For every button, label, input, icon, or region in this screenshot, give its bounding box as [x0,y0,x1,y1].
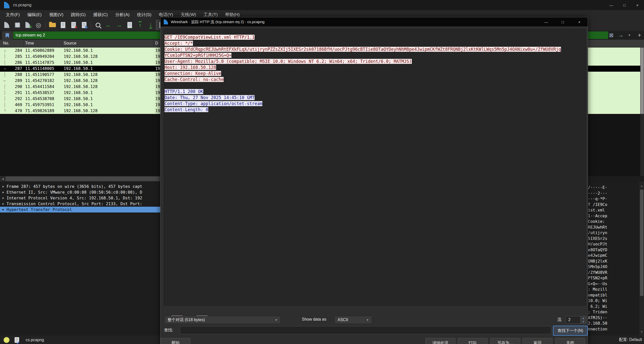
packet-row[interactable]: └ 470 71.459826189 192.168.50.128 19 [0,108,160,114]
open-file-icon[interactable] [47,20,58,30]
packet-row-right[interactable] [588,84,644,90]
scrollbar-thumb[interactable] [640,190,643,296]
conversation-select[interactable]: 整个对话 (518 bytes) [164,316,281,324]
filter-dropdown-icon[interactable]: ▼ [626,31,633,39]
packet-row-right[interactable] [588,90,644,96]
packet-row-right[interactable] [588,102,644,108]
bytes-pane-vscrollbar[interactable]: ▲ ▼ [639,182,644,336]
go-to-packet-icon[interactable]: → [124,20,135,30]
encoding-select[interactable]: ASCII [334,316,372,324]
packet-row-right[interactable] [588,60,644,66]
minimize-icon[interactable]: — [605,0,618,10]
capture-comment-icon[interactable] [15,337,19,343]
column-source[interactable]: Source [64,41,76,46]
capture-stop-icon[interactable] [12,20,23,30]
clear-filter-icon[interactable]: ⊠ [607,31,616,39]
menu-item[interactable]: 统计(S) [133,12,155,18]
scroll-left-icon[interactable]: ◀ [0,176,6,182]
packet-list-hscrollbar[interactable]: ◀ [0,176,160,182]
maximize-icon[interactable]: □ [618,0,631,10]
dialog-button[interactable]: 打印 [458,338,488,344]
go-forward-icon[interactable]: → [114,20,124,30]
close-file-icon[interactable]: × [68,20,79,30]
spinner-up-icon[interactable]: ▲ [581,316,586,320]
find-packet-icon[interactable] [93,20,103,30]
add-filter-button[interactable]: + [636,31,643,39]
packet-dest: 19 [155,60,160,66]
packet-row-right[interactable] [588,48,644,54]
packet-row[interactable]: → 287 11.451148005 192.168.50.1 19 [0,66,160,72]
packet-row-right[interactable] [588,54,644,60]
stream-line-text: Date: Thu, 27 Nov 2025 14:45:10 GMT [165,95,255,100]
detail-row[interactable]: Ethernet II, Src: VMware_c0:00:08 (00:50… [0,189,160,195]
dialog-minimize-icon[interactable]: — [538,17,554,26]
packet-row[interactable]: │ 290 11.454411584 192.168.50.128 19 [0,84,160,90]
apply-filter-icon[interactable]: → [616,31,625,39]
packet-row[interactable]: │ 288 11.451190577 192.168.50.128 19 [0,72,160,78]
filter-bookmark-button[interactable] [2,31,13,39]
packet-list-vscrollbar[interactable] [640,48,644,176]
capture-restart-icon[interactable]: ↻ [23,20,33,30]
dialog-button[interactable]: 关闭 [555,338,585,344]
stream-stats: 1 客户端 分组, 1 服务器 分组, 1 turn(s). [164,307,234,313]
packet-no: 470 [0,108,22,114]
dialog-button[interactable]: 滤掉此流 [425,338,455,344]
capture-start-icon[interactable] [2,20,12,30]
menu-item[interactable]: 捕获(C) [90,12,112,18]
column-no[interactable]: No. [3,41,9,46]
scroll-down-icon[interactable]: ▼ [639,329,644,334]
reload-file-icon[interactable]: ↻ [79,20,89,30]
detail-row[interactable]: Transmission Control Protocol, Src Port:… [0,201,160,207]
menu-item[interactable]: 帮助(H) [221,12,244,18]
dialog-maximize-icon[interactable]: □ [554,17,571,26]
menu-item[interactable]: 无线(W) [177,12,200,18]
detail-row[interactable]: Internet Protocol Version 4, Src: 192.16… [0,195,160,201]
menu-item[interactable]: 视图(V) [45,12,67,18]
spinner-down-icon[interactable]: ▼ [581,320,586,323]
capture-options-icon[interactable]: ◎ [33,20,44,30]
column-destination[interactable]: D [155,41,158,46]
packet-row[interactable]: │ 291 11.454538537 192.168.50.1 19 [0,90,160,96]
find-next-button[interactable]: 查找下一个(N) [553,326,588,336]
packet-row-right[interactable] [588,78,644,84]
statusbar-profile[interactable]: 配置: Default [619,337,642,342]
save-file-icon[interactable] [58,20,68,30]
packet-row[interactable]: ┌ 284 11.450862889 192.168.50.1 19 [0,48,160,54]
close-icon[interactable]: × [631,0,644,10]
go-back-icon[interactable]: ← [103,20,114,30]
packet-row-right[interactable] [588,72,644,78]
go-first-icon[interactable]: ↑ [135,20,145,30]
detail-row[interactable]: Frame 287: 457 bytes on wire (3656 bits)… [0,184,160,189]
packet-row[interactable]: │ 286 11.451147875 192.168.50.1 19 [0,60,160,66]
scroll-up-icon[interactable]: ▲ [639,184,644,189]
find-input[interactable] [180,326,551,334]
dialog-close-icon[interactable]: × [571,17,588,26]
stream-line-text: Connection: Keep-Alive [165,71,221,76]
stream-content[interactable]: GET /IE9CompatViewList.xml HTTP/1.1Accep… [164,29,586,306]
dialog-button[interactable]: 返回 [522,338,552,344]
menu-item[interactable]: 编辑(E) [24,12,46,18]
menu-item[interactable]: 工具(T) [200,12,222,18]
menu-item[interactable]: 文件(F) [2,12,24,18]
menu-item[interactable]: 电话(Y) [155,12,177,18]
column-time[interactable]: Time [25,41,34,46]
stream-number-spinner[interactable]: 2 ▲ ▼ [566,316,586,324]
dialog-button[interactable]: 帮助 [160,338,190,344]
packet-row-right[interactable] [588,66,644,72]
packet-row[interactable]: │ 292 11.454538708 192.168.50.1 19 [0,96,160,102]
expert-info-icon[interactable] [4,337,10,343]
packet-row[interactable]: │ 285 11.450949204 192.168.50.128 19 [0,54,160,60]
go-last-icon[interactable]: ↓ [145,20,156,30]
main-titlebar: cs.pcapng — □ × [0,0,644,10]
menu-item[interactable]: 跳转(G) [67,12,90,18]
scrollbar-thumb[interactable] [6,177,160,181]
dialog-button[interactable]: 另存为… [490,338,520,344]
scrollbar-thumb[interactable] [640,48,644,114]
packet-row-right[interactable] [588,96,644,102]
packet-row-right[interactable] [588,108,644,114]
menu-item[interactable]: 分析(A) [111,12,133,18]
detail-row[interactable]: Hypertext Transfer Protocol [0,207,160,212]
packet-row[interactable]: │ 469 71.459753951 192.168.50.1 19 [0,102,160,108]
packet-row[interactable]: ← 289 11.454270182 192.168.50.128 19 [0,78,160,84]
column-divider [62,40,62,47]
